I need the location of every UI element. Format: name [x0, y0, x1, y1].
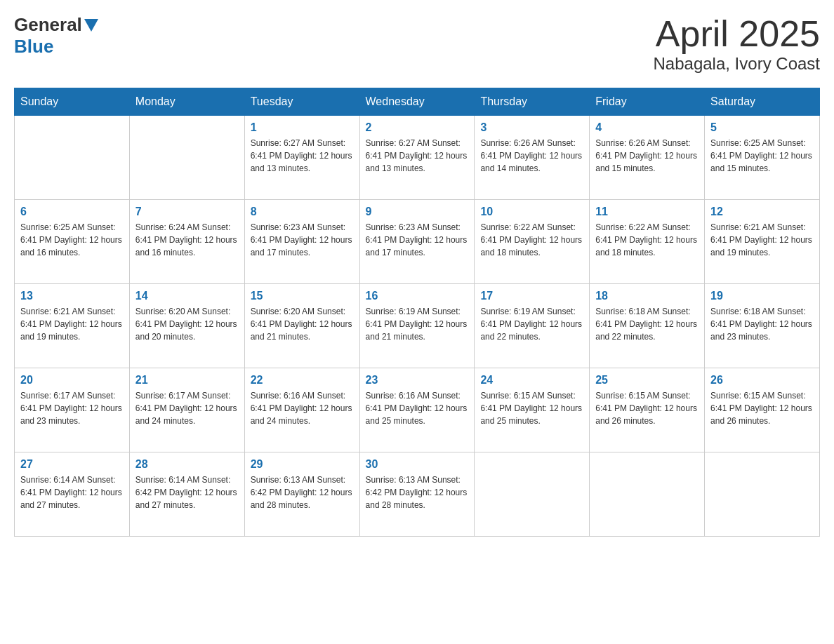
page-header: General Blue April 2025 Nabagala, Ivory … [14, 14, 820, 74]
calendar-body: 1Sunrise: 6:27 AM Sunset: 6:41 PM Daylig… [15, 116, 820, 537]
day-info: Sunrise: 6:15 AM Sunset: 6:41 PM Dayligh… [710, 389, 814, 427]
calendar-week-5: 27Sunrise: 6:14 AM Sunset: 6:41 PM Dayli… [15, 452, 820, 537]
day-number: 28 [135, 458, 239, 471]
calendar-week-1: 1Sunrise: 6:27 AM Sunset: 6:41 PM Daylig… [15, 116, 820, 200]
day-number: 5 [710, 121, 814, 134]
day-number: 2 [366, 121, 469, 134]
calendar-cell: 28Sunrise: 6:14 AM Sunset: 6:42 PM Dayli… [129, 452, 244, 537]
day-info: Sunrise: 6:20 AM Sunset: 6:41 PM Dayligh… [135, 305, 239, 343]
day-info: Sunrise: 6:20 AM Sunset: 6:41 PM Dayligh… [251, 305, 354, 343]
logo-blue-text: Blue [14, 36, 53, 57]
day-info: Sunrise: 6:25 AM Sunset: 6:41 PM Dayligh… [710, 137, 814, 175]
day-info: Sunrise: 6:14 AM Sunset: 6:42 PM Dayligh… [135, 474, 239, 511]
calendar-cell: 24Sunrise: 6:15 AM Sunset: 6:41 PM Dayli… [475, 368, 590, 452]
location-title: Nabagala, Ivory Coast [654, 54, 820, 74]
day-info: Sunrise: 6:22 AM Sunset: 6:41 PM Dayligh… [480, 221, 583, 259]
calendar-cell: 30Sunrise: 6:13 AM Sunset: 6:42 PM Dayli… [359, 452, 475, 537]
calendar-week-3: 13Sunrise: 6:21 AM Sunset: 6:41 PM Dayli… [15, 284, 820, 368]
day-info: Sunrise: 6:16 AM Sunset: 6:41 PM Dayligh… [366, 389, 469, 427]
calendar-cell [590, 452, 705, 537]
day-info: Sunrise: 6:27 AM Sunset: 6:41 PM Dayligh… [366, 137, 469, 175]
day-info: Sunrise: 6:21 AM Sunset: 6:41 PM Dayligh… [710, 221, 814, 259]
day-number: 27 [20, 458, 124, 471]
calendar-cell: 14Sunrise: 6:20 AM Sunset: 6:41 PM Dayli… [129, 284, 244, 368]
day-info: Sunrise: 6:13 AM Sunset: 6:42 PM Dayligh… [366, 474, 469, 511]
calendar-cell: 7Sunrise: 6:24 AM Sunset: 6:41 PM Daylig… [129, 200, 244, 284]
day-number: 16 [366, 290, 469, 302]
calendar-cell: 10Sunrise: 6:22 AM Sunset: 6:41 PM Dayli… [475, 200, 590, 284]
day-info: Sunrise: 6:14 AM Sunset: 6:41 PM Dayligh… [20, 474, 124, 511]
logo: General Blue [14, 14, 100, 58]
day-number: 20 [20, 374, 124, 387]
day-number: 29 [251, 458, 354, 471]
month-title: April 2025 [654, 14, 820, 54]
weekday-header-row: SundayMondayTuesdayWednesdayThursdayFrid… [15, 88, 820, 116]
day-number: 6 [20, 206, 124, 218]
day-number: 1 [251, 121, 354, 134]
day-number: 17 [480, 290, 583, 302]
calendar-cell: 1Sunrise: 6:27 AM Sunset: 6:41 PM Daylig… [244, 116, 359, 200]
calendar-cell [475, 452, 590, 537]
day-info: Sunrise: 6:19 AM Sunset: 6:41 PM Dayligh… [480, 305, 583, 343]
day-number: 24 [480, 374, 583, 387]
day-number: 25 [595, 374, 699, 387]
calendar-table: SundayMondayTuesdayWednesdayThursdayFrid… [14, 88, 820, 537]
calendar-cell: 25Sunrise: 6:15 AM Sunset: 6:41 PM Dayli… [590, 368, 705, 452]
calendar-cell: 8Sunrise: 6:23 AM Sunset: 6:41 PM Daylig… [244, 200, 359, 284]
weekday-header-monday: Monday [129, 88, 244, 116]
day-info: Sunrise: 6:18 AM Sunset: 6:41 PM Dayligh… [710, 305, 814, 343]
calendar-cell: 12Sunrise: 6:21 AM Sunset: 6:41 PM Dayli… [705, 200, 820, 284]
day-number: 4 [595, 121, 699, 134]
calendar-cell: 5Sunrise: 6:25 AM Sunset: 6:41 PM Daylig… [705, 116, 820, 200]
calendar-cell: 23Sunrise: 6:16 AM Sunset: 6:41 PM Dayli… [359, 368, 475, 452]
title-area: April 2025 Nabagala, Ivory Coast [654, 14, 820, 74]
day-number: 15 [251, 290, 354, 302]
weekday-header-tuesday: Tuesday [244, 88, 359, 116]
day-info: Sunrise: 6:13 AM Sunset: 6:42 PM Dayligh… [251, 474, 354, 511]
logo-general-text: General [14, 14, 82, 36]
calendar-cell: 9Sunrise: 6:23 AM Sunset: 6:41 PM Daylig… [359, 200, 475, 284]
day-number: 23 [366, 374, 469, 387]
calendar-cell [129, 116, 244, 200]
day-number: 3 [480, 121, 583, 134]
day-info: Sunrise: 6:24 AM Sunset: 6:41 PM Dayligh… [135, 221, 239, 259]
day-number: 21 [135, 374, 239, 387]
day-number: 22 [251, 374, 354, 387]
day-info: Sunrise: 6:16 AM Sunset: 6:41 PM Dayligh… [251, 389, 354, 427]
calendar-cell: 13Sunrise: 6:21 AM Sunset: 6:41 PM Dayli… [15, 284, 130, 368]
day-info: Sunrise: 6:19 AM Sunset: 6:41 PM Dayligh… [366, 305, 469, 343]
day-number: 10 [480, 206, 583, 218]
weekday-header-thursday: Thursday [475, 88, 590, 116]
day-number: 19 [710, 290, 814, 302]
day-number: 18 [595, 290, 699, 302]
calendar-cell: 15Sunrise: 6:20 AM Sunset: 6:41 PM Dayli… [244, 284, 359, 368]
calendar-cell: 22Sunrise: 6:16 AM Sunset: 6:41 PM Dayli… [244, 368, 359, 452]
weekday-header-sunday: Sunday [15, 88, 130, 116]
day-info: Sunrise: 6:15 AM Sunset: 6:41 PM Dayligh… [480, 389, 583, 427]
day-number: 13 [20, 290, 124, 302]
weekday-header-saturday: Saturday [705, 88, 820, 116]
calendar-week-4: 20Sunrise: 6:17 AM Sunset: 6:41 PM Dayli… [15, 368, 820, 452]
calendar-week-2: 6Sunrise: 6:25 AM Sunset: 6:41 PM Daylig… [15, 200, 820, 284]
calendar-cell: 2Sunrise: 6:27 AM Sunset: 6:41 PM Daylig… [359, 116, 475, 200]
day-info: Sunrise: 6:27 AM Sunset: 6:41 PM Dayligh… [251, 137, 354, 175]
day-info: Sunrise: 6:15 AM Sunset: 6:41 PM Dayligh… [595, 389, 699, 427]
calendar-cell: 16Sunrise: 6:19 AM Sunset: 6:41 PM Dayli… [359, 284, 475, 368]
day-info: Sunrise: 6:21 AM Sunset: 6:41 PM Dayligh… [20, 305, 124, 343]
day-number: 14 [135, 290, 239, 302]
calendar-header: SundayMondayTuesdayWednesdayThursdayFrid… [15, 88, 820, 116]
calendar-cell: 3Sunrise: 6:26 AM Sunset: 6:41 PM Daylig… [475, 116, 590, 200]
day-number: 26 [710, 374, 814, 387]
day-info: Sunrise: 6:23 AM Sunset: 6:41 PM Dayligh… [251, 221, 354, 259]
day-info: Sunrise: 6:22 AM Sunset: 6:41 PM Dayligh… [595, 221, 699, 259]
calendar-cell: 26Sunrise: 6:15 AM Sunset: 6:41 PM Dayli… [705, 368, 820, 452]
calendar-cell: 21Sunrise: 6:17 AM Sunset: 6:41 PM Dayli… [129, 368, 244, 452]
calendar-cell: 29Sunrise: 6:13 AM Sunset: 6:42 PM Dayli… [244, 452, 359, 537]
calendar-cell: 6Sunrise: 6:25 AM Sunset: 6:41 PM Daylig… [15, 200, 130, 284]
day-info: Sunrise: 6:17 AM Sunset: 6:41 PM Dayligh… [135, 389, 239, 427]
calendar-cell: 27Sunrise: 6:14 AM Sunset: 6:41 PM Dayli… [15, 452, 130, 537]
day-info: Sunrise: 6:25 AM Sunset: 6:41 PM Dayligh… [20, 221, 124, 259]
calendar-cell: 4Sunrise: 6:26 AM Sunset: 6:41 PM Daylig… [590, 116, 705, 200]
calendar-cell [15, 116, 130, 200]
day-info: Sunrise: 6:18 AM Sunset: 6:41 PM Dayligh… [595, 305, 699, 343]
